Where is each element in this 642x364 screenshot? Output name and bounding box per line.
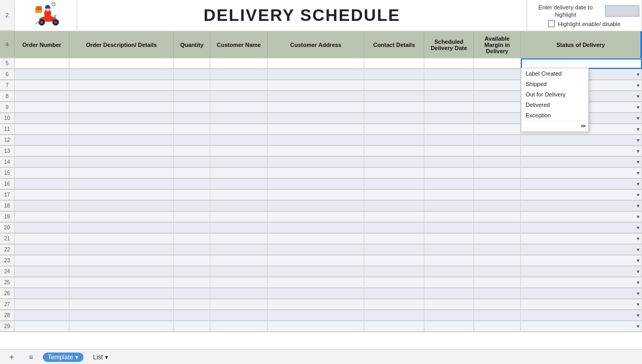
col-header-margin: Available Margin in Delivery	[474, 31, 521, 58]
cell-5-cust[interactable]	[210, 58, 268, 69]
scooter-icon	[25, 1, 67, 30]
bottom-bar: + ≡ Template ▾ List ▾	[0, 349, 642, 364]
enter-delivery-label: Enter delivery date to highlight	[529, 4, 602, 19]
cell-5-margin[interactable]	[474, 58, 521, 69]
dropdown-edit-row: ✏	[521, 120, 588, 131]
template-chevron-icon: ▾	[75, 354, 78, 361]
status-input[interactable]	[522, 60, 641, 67]
dropdown-arrow: ▼	[636, 181, 640, 187]
highlight-enable-row: Highlight enable/ disable	[548, 20, 621, 27]
cell-5-desc[interactable]	[69, 58, 174, 69]
dropdown-arrow: ▼	[636, 105, 640, 110]
dropdown-arrow: ▼	[636, 138, 640, 143]
data-area: 5 Label Created Shipped Out for Delivery…	[0, 58, 642, 349]
spreadsheet: 2	[0, 0, 642, 364]
data-row-18: 18 ▼	[0, 201, 642, 212]
svg-rect-1	[37, 6, 41, 10]
row-num-2: 2	[0, 0, 15, 31]
dropdown-arrow: ▼	[636, 94, 640, 99]
data-row-13: 13 ▼	[0, 146, 642, 157]
dropdown-arrow: ▼	[636, 171, 640, 176]
enter-delivery-label-row: Enter delivery date to highlight	[529, 4, 639, 19]
dropdown-arrow: ▼	[636, 258, 640, 263]
dropdown-option-label-created[interactable]: Label Created	[521, 68, 588, 79]
column-header-row: 4 Order Number Order Description/ Detail…	[0, 31, 642, 58]
status-dropdown-popup: Label Created Shipped Out for Delivery D…	[521, 68, 589, 132]
dropdown-arrow: ▼	[636, 116, 640, 121]
data-row-20: 20 ▼	[0, 223, 642, 234]
data-row-15: 15 ▼	[0, 168, 642, 179]
dropdown-option-delivered[interactable]: Delivered	[521, 100, 588, 110]
dropdown-arrow: ▼	[636, 280, 640, 285]
data-row-22: 22 ▼	[0, 245, 642, 256]
pencil-icon[interactable]: ✏	[581, 123, 586, 130]
row-num-4: 4	[0, 31, 15, 58]
dropdown-arrow: ▼	[636, 313, 640, 318]
data-row-25: 25 ▼	[0, 277, 642, 288]
delivery-date-input[interactable]	[605, 5, 639, 17]
dropdown-arrow: ▼	[636, 269, 640, 274]
dropdown-arrow: ▼	[636, 192, 640, 198]
dropdown-arrow: ▼	[636, 236, 640, 241]
cell-5-status[interactable]: Label Created Shipped Out for Delivery D…	[521, 58, 642, 69]
dropdown-arrow: ▼	[636, 149, 640, 154]
data-row-12: 12 ▼	[0, 135, 642, 146]
col-header-order: Order Number	[15, 31, 69, 58]
data-row-5: 5 Label Created Shipped Out for Delivery…	[0, 58, 642, 69]
list-chevron-icon: ▾	[105, 354, 108, 361]
dropdown-arrow: ▼	[636, 160, 640, 165]
dropdown-arrow: ▼	[636, 225, 640, 230]
svg-line-8	[53, 4, 54, 5]
col-header-sched: Scheduled Delivery Date	[424, 31, 474, 58]
list-button[interactable]: List ▾	[88, 353, 113, 362]
dropdown-arrow: ▼	[636, 302, 640, 307]
col-header-desc: Order Description/ Details	[69, 31, 174, 58]
data-row-24: 24 ▼	[0, 266, 642, 277]
data-row-16: 16 ▼	[0, 179, 642, 190]
row-num-5: 5	[0, 58, 15, 69]
data-row-28: 28 ▼	[0, 310, 642, 321]
title-row: 2	[0, 0, 642, 31]
col-header-cust: Customer Name	[210, 31, 268, 58]
cell-5-qty[interactable]	[174, 58, 210, 69]
svg-point-10	[40, 21, 43, 23]
dropdown-option-exception[interactable]: Exception	[521, 110, 588, 120]
spreadsheet-title: DELIVERY SCHEDULE	[77, 0, 527, 31]
dropdown-arrow: ▼	[636, 247, 640, 252]
sheet-menu-button[interactable]: ≡	[23, 352, 38, 362]
data-row-29: 29 ▼	[0, 321, 642, 332]
data-row-14: 14 ▼	[0, 157, 642, 168]
data-row-27: 27 ▼	[0, 299, 642, 310]
highlight-checkbox[interactable]	[548, 20, 555, 27]
col-header-status: Status of Delivery	[521, 31, 642, 58]
data-row-26: 26 ▼	[0, 288, 642, 299]
dropdown-arrow: ▼	[636, 72, 640, 77]
dropdown-option-out-for-delivery[interactable]: Out for Delivery	[521, 89, 588, 100]
dropdown-arrow: ▼	[636, 83, 640, 88]
data-row-19: 19 ▼	[0, 212, 642, 223]
col-header-qty: Quantity	[174, 31, 210, 58]
dropdown-option-shipped[interactable]: Shipped	[521, 79, 588, 89]
data-row-23: 23 ▼	[0, 256, 642, 266]
svg-point-12	[54, 21, 57, 23]
logo-cell	[15, 0, 77, 31]
highlight-label: Highlight enable/ disable	[558, 21, 621, 27]
dropdown-arrow: ▼	[636, 127, 640, 132]
dropdown-arrow: ▼	[636, 324, 640, 329]
template-button[interactable]: Template ▾	[43, 353, 84, 362]
svg-rect-14	[53, 16, 56, 16]
col-header-contact: Contact Details	[364, 31, 424, 58]
add-sheet-button[interactable]: +	[4, 351, 19, 363]
cell-5-contact[interactable]	[364, 58, 424, 69]
data-row-21: 21 ▼	[0, 234, 642, 245]
dropdown-arrow: ▼	[636, 214, 640, 220]
highlight-controls: Enter delivery date to highlight Highlig…	[527, 0, 642, 31]
dropdown-arrow: ▼	[636, 203, 640, 209]
data-row-17: 17 ▼	[0, 190, 642, 201]
cell-5-sched[interactable]	[424, 58, 474, 69]
cell-5-addr[interactable]	[268, 58, 364, 69]
cell-5-order[interactable]	[15, 58, 69, 69]
col-header-addr: Customer Address	[268, 31, 364, 58]
dropdown-arrow: ▼	[636, 291, 640, 296]
